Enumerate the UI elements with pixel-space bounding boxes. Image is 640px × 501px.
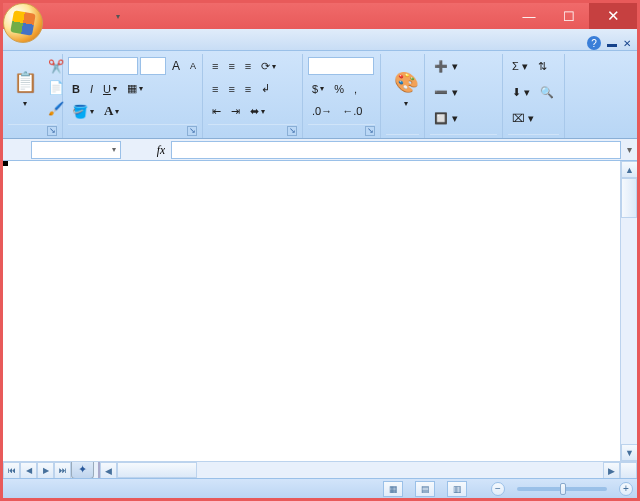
undo-icon[interactable] [65,8,81,24]
tab-nav-last[interactable]: ⏭ [54,462,71,479]
font-color-icon: A [104,103,113,119]
group-cells: ➕ ▾ ➖ ▾ 🔲 ▾ [425,54,503,138]
merge-center-button[interactable]: ⬌▾ [246,103,269,120]
close-workbook-icon[interactable]: ✕ [623,38,631,49]
scroll-right-button[interactable]: ▶ [603,462,620,478]
grid-area: ▲ ▼ ⏮ ◀ ▶ ⏭ ✦ ◀ ▶ [3,161,637,478]
border-button[interactable]: ▦▾ [123,80,147,97]
align-center-button[interactable]: ≡ [224,81,238,97]
qat-customize-icon[interactable] [109,8,125,24]
hscroll-track[interactable]: ◀ ▶ [98,462,637,478]
align-right-button[interactable]: ≡ [241,81,255,97]
copy-icon: 📄 [48,79,64,95]
group-alignment: ≡ ≡ ≡ ⟳▾ ≡ ≡ ≡ ↲ ⇤ ⇥ ⬌▾ ↘ [203,54,303,138]
paste-icon: 📋 [12,69,38,95]
dialog-launcher-icon[interactable]: ↘ [47,126,57,136]
fx-icon[interactable]: fx [151,144,171,156]
group-number: $▾ % , .0→ ←.0 ↘ [303,54,381,138]
font-family-input[interactable] [68,57,138,75]
close-button[interactable]: ✕ [589,3,637,29]
italic-button[interactable]: I [86,81,97,97]
excel-window: — ☐ ✕ ? ▬ ✕ 📋 ▾ ✂️ 📄 🖌 [0,0,640,501]
office-logo-icon [10,10,35,35]
tab-nav-next[interactable]: ▶ [37,462,54,479]
fill-color-button[interactable]: 🪣▾ [68,102,98,121]
underline-button[interactable]: U▾ [99,81,121,97]
expand-formula-bar-icon[interactable]: ▾ [621,144,637,155]
formula-input[interactable] [171,141,621,159]
minimize-ribbon-icon[interactable]: ▬ [607,38,617,49]
group-clipboard: 📋 ▾ ✂️ 📄 🖌️ ↘ [3,54,63,138]
scroll-up-button[interactable]: ▲ [621,161,637,178]
group-editing: Σ ▾⇅ ⬇ ▾🔍 ⌧ ▾ [503,54,565,138]
cut-icon: ✂️ [48,58,64,74]
save-icon[interactable] [43,8,59,24]
font-size-input[interactable] [140,57,166,75]
office-button[interactable] [3,3,43,43]
ribbon-tabs: ? ▬ ✕ [3,29,637,51]
zoom-out-button[interactable]: − [491,482,505,496]
dialog-launcher-icon[interactable]: ↘ [187,126,197,136]
align-left-button[interactable]: ≡ [208,81,222,97]
clear-button[interactable]: ⌧ ▾ [508,110,538,127]
insert-cells-button[interactable]: ➕ ▾ [430,58,462,75]
font-color-button[interactable]: A▾ [100,101,123,121]
new-sheet-tab[interactable]: ✦ [71,462,94,479]
tab-nav-prev[interactable]: ◀ [20,462,37,479]
styles-button[interactable]: 🎨 ▾ [386,56,426,120]
styles-icon: 🎨 [393,69,419,95]
vertical-scrollbar[interactable]: ▲ ▼ [620,161,637,461]
align-top-button[interactable]: ≡ [208,58,222,74]
decrease-indent-button[interactable]: ⇤ [208,103,225,120]
view-pagebreak-button[interactable]: ▥ [447,481,467,497]
format-painter-icon: 🖌️ [48,100,64,116]
decrease-decimal-button[interactable]: ←.0 [338,103,366,119]
percent-button[interactable]: % [330,81,348,97]
wrap-text-button[interactable]: ↲ [257,80,274,97]
find-select-button[interactable]: 🔍 [536,84,558,101]
scroll-down-button[interactable]: ▼ [621,444,637,461]
help-icon[interactable]: ? [587,36,601,50]
status-bar: ▦ ▤ ▥ − + [3,478,637,498]
zoom-thumb[interactable] [560,483,566,495]
sort-filter-button[interactable]: ⇅ [534,58,551,75]
ribbon: 📋 ▾ ✂️ 📄 🖌️ ↘ A A B [3,51,637,139]
view-layout-button[interactable]: ▤ [415,481,435,497]
comma-button[interactable]: , [350,81,361,97]
fill-color-icon: 🪣 [72,104,88,119]
increase-decimal-button[interactable]: .0→ [308,103,336,119]
shrink-font-button[interactable]: A [186,59,200,73]
name-box[interactable]: ▾ [31,141,121,159]
horizontal-scrollbar: ⏮ ◀ ▶ ⏭ ✦ ◀ ▶ [3,461,637,478]
align-bottom-button[interactable]: ≡ [241,58,255,74]
scroll-thumb[interactable] [621,178,637,218]
paste-button[interactable]: 📋 ▾ [8,56,42,120]
hscroll-thumb[interactable] [117,462,197,478]
minimize-button[interactable]: — [509,3,549,29]
autosum-button[interactable]: Σ ▾ [508,58,532,75]
dialog-launcher-icon[interactable]: ↘ [287,126,297,136]
redo-icon[interactable] [87,8,103,24]
currency-button[interactable]: $▾ [308,81,328,97]
zoom-in-button[interactable]: + [619,482,633,496]
orientation-button[interactable]: ⟳▾ [257,58,280,75]
formula-bar: ▾ fx ▾ [3,139,637,161]
align-middle-button[interactable]: ≡ [224,58,238,74]
bold-button[interactable]: B [68,81,84,97]
fill-button[interactable]: ⬇ ▾ [508,84,534,101]
scroll-left-button[interactable]: ◀ [100,462,117,478]
number-format-select[interactable] [308,57,374,75]
increase-indent-button[interactable]: ⇥ [227,103,244,120]
dialog-launcher-icon[interactable]: ↘ [365,126,375,136]
zoom-slider[interactable] [517,487,607,491]
scroll-corner [620,462,637,478]
format-cells-button[interactable]: 🔲 ▾ [430,110,462,127]
group-font: A A B I U▾ ▦▾ 🪣▾ A▾ ↘ [63,54,203,138]
maximize-button[interactable]: ☐ [549,3,589,29]
delete-cells-button[interactable]: ➖ ▾ [430,84,462,101]
tab-nav-first[interactable]: ⏮ [3,462,20,479]
selection-handle[interactable] [3,161,8,166]
grow-font-button[interactable]: A [168,57,184,75]
titlebar: — ☐ ✕ [3,3,637,29]
view-normal-button[interactable]: ▦ [383,481,403,497]
